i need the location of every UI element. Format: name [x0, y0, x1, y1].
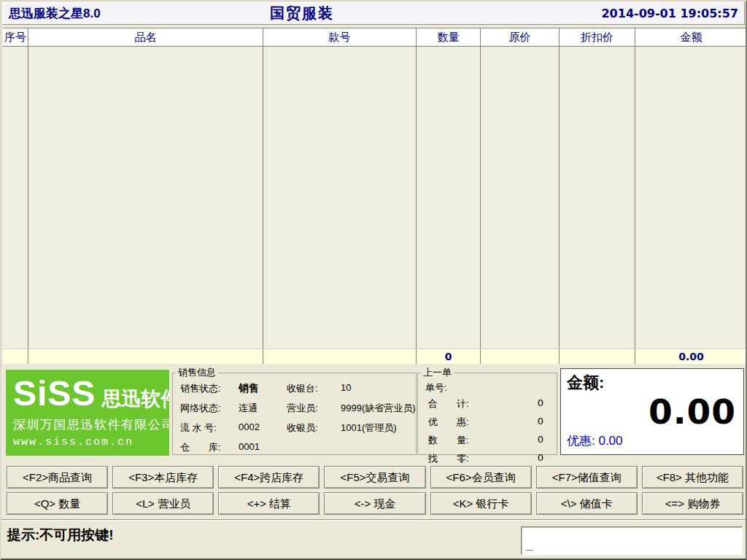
minus-cash-button[interactable]: <-> 现金	[324, 492, 425, 515]
title-bar: 思迅服装之星8.0 国贸服装 2014-09-01 19:05:57	[2, 2, 745, 25]
col-header-index: 序号	[3, 28, 28, 46]
amount-label: 金额:	[567, 372, 736, 394]
col-header-product-name: 品名	[28, 28, 263, 46]
q-quantity-button[interactable]: <Q> 数量	[7, 492, 108, 515]
status-bar: 提示:不可用按键! _	[1, 519, 746, 559]
datetime-display: 2014-09-01 19:05:57	[601, 3, 738, 24]
serial-no-label: 流 水 号:	[180, 421, 239, 435]
f6-member-query-button[interactable]: <F6>会员查询	[430, 466, 532, 489]
f7-stored-value-query-button[interactable]: <F7>储值查询	[536, 466, 638, 489]
function-button-row-2: <Q> 数量 <L> 营业员 <+> 结算 <-> 现金 <K> 银行卡 <\>…	[4, 492, 746, 515]
f2-product-query-button[interactable]: <F2>商品查询	[7, 466, 108, 489]
equals-voucher-button[interactable]: <=> 购物券	[642, 492, 743, 515]
sale-status-label: 销售状态:	[180, 382, 239, 395]
col-header-quantity: 数量	[417, 28, 481, 46]
plus-settle-button[interactable]: <+> 结算	[218, 492, 320, 515]
table-totals-row: 0 0.00	[3, 349, 747, 364]
f3-store-stock-button[interactable]: <F3>本店库存	[112, 466, 214, 489]
last-order-quantity-value: 0	[514, 434, 543, 447]
company-name: 深圳万国思迅软件有限公司	[13, 416, 165, 433]
status-message: 提示:不可用按键!	[7, 526, 114, 545]
col-header-original-price: 原价	[481, 28, 560, 46]
warehouse-value: 0001	[239, 441, 287, 454]
siss-logo: SiSS	[13, 376, 96, 412]
amount-discount: 优惠: 0.00	[567, 432, 736, 449]
amount-display-panel: 金额: 0.00 优惠: 0.00	[560, 368, 744, 455]
k-bank-card-button[interactable]: <K> 银行卡	[430, 492, 532, 515]
last-order-discount-value: 0	[514, 416, 543, 429]
salesperson-label: 营业员:	[287, 402, 341, 415]
table-body-empty	[3, 47, 747, 349]
amount-value: 0.00	[567, 394, 736, 430]
network-status-label: 网络状态:	[180, 402, 239, 415]
last-order-title: 上一单	[421, 366, 454, 379]
last-order-change-label: 找 零:	[428, 452, 514, 465]
app-title: 思迅服装之星8.0	[9, 3, 101, 24]
warehouse-label: 仓 库:	[180, 441, 239, 454]
sale-status-value: 销售	[239, 382, 287, 395]
col-header-style-no: 款号	[263, 28, 417, 46]
last-order-panel: 上一单 单号: 合 计: 0 优 惠: 0 数 量: 0 找 零: 0	[417, 366, 557, 455]
last-order-total-value: 0	[514, 397, 543, 411]
l-salesperson-button[interactable]: <L> 营业员	[112, 492, 214, 515]
register-label: 收银台:	[287, 382, 341, 395]
text-cursor: _	[526, 539, 533, 552]
vendor-logo-panel: SiSS 思迅软件 深圳万国思迅软件有限公司 www.siss.com.cn	[6, 370, 169, 456]
f8-other-functions-button[interactable]: <F8> 其他功能	[642, 466, 743, 489]
barcode-entry-input[interactable]: _	[521, 526, 743, 555]
siss-logo-cn: 思迅软件	[101, 386, 169, 412]
col-header-discount-price: 折扣价	[560, 28, 635, 46]
last-order-no-label: 单号:	[418, 379, 557, 394]
backslash-stored-value-card-button[interactable]: <\> 储值卡	[536, 492, 638, 515]
company-website: www.siss.com.cn	[13, 436, 165, 448]
salesperson-value: 9999(缺省营业员)	[341, 402, 416, 415]
last-order-quantity-label: 数 量:	[428, 434, 514, 447]
last-order-total-label: 合 计:	[428, 397, 514, 411]
store-name: 国贸服装	[270, 3, 334, 24]
f4-crossstore-stock-button[interactable]: <F4>跨店库存	[218, 466, 320, 489]
total-quantity: 0	[417, 349, 481, 364]
pos-window: 思迅服装之星8.0 国贸服装 2014-09-01 19:05:57 序号 品名…	[0, 0, 747, 560]
sales-info-panel: 销售信息 销售状态: 销售 收银台: 10 网络状态: 连通 营业员: 9999…	[172, 366, 417, 455]
total-amount: 0.00	[635, 349, 747, 364]
register-value: 10	[341, 382, 416, 395]
table-header-row: 序号 品名 款号 数量 原价 折扣价 金额	[3, 28, 747, 47]
col-header-amount: 金额	[635, 28, 747, 46]
function-button-row-1: <F2>商品查询 <F3>本店库存 <F4>跨店库存 <F5>交易查询 <F6>…	[4, 466, 746, 489]
cashier-label: 收银员:	[287, 421, 341, 435]
sales-info-title: 销售信息	[176, 366, 218, 379]
last-order-discount-label: 优 惠:	[428, 416, 514, 429]
sale-items-table: 序号 品名 款号 数量 原价 折扣价 金额 0 0.00	[3, 28, 747, 364]
cashier-value: 1001(管理员)	[341, 421, 416, 435]
network-status-value: 连通	[239, 402, 287, 415]
f5-transaction-query-button[interactable]: <F5>交易查询	[324, 466, 425, 489]
last-order-change-value: 0	[514, 452, 543, 465]
serial-no-value: 0002	[239, 421, 287, 435]
